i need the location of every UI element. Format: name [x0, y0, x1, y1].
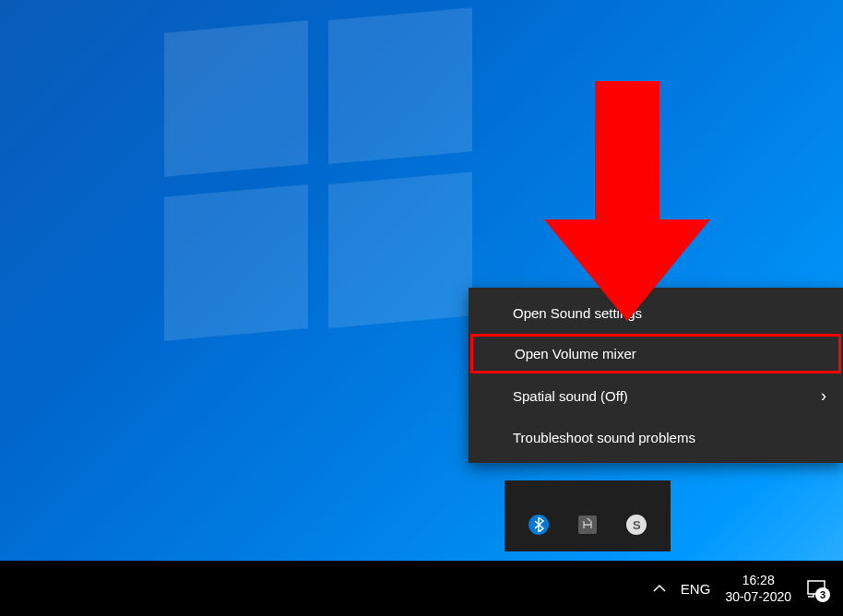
- chevron-right-icon: ›: [821, 386, 826, 406]
- annotation-arrow: [544, 81, 710, 325]
- menu-item-volume-mixer[interactable]: Open Volume mixer: [470, 334, 841, 373]
- menu-label: Troubleshoot sound problems: [513, 430, 695, 445]
- tray-overflow-partial: [505, 480, 671, 498]
- date-text: 30-07-2020: [725, 588, 791, 605]
- language-indicator[interactable]: ENG: [681, 581, 711, 597]
- menu-label: Spatial sound (Off): [513, 388, 628, 404]
- taskbar: ENG 16:28 30-07-2020 3: [0, 561, 843, 616]
- notification-center-button[interactable]: 3: [806, 578, 826, 598]
- bluetooth-tray-icon[interactable]: [528, 514, 550, 536]
- clock-date[interactable]: 16:28 30-07-2020: [725, 572, 791, 605]
- menu-item-spatial-sound[interactable]: Spatial sound (Off) ›: [469, 374, 843, 418]
- notification-count-badge: 3: [815, 587, 830, 602]
- system-tray-overflow: S: [505, 498, 671, 551]
- time-text: 16:28: [725, 572, 791, 588]
- menu-item-troubleshoot[interactable]: Troubleshoot sound problems: [469, 418, 843, 457]
- menu-label: Open Volume mixer: [515, 346, 636, 361]
- desktop[interactable]: Open Sound settings Open Volume mixer Sp…: [0, 0, 843, 616]
- skype-tray-icon[interactable]: S: [625, 514, 647, 536]
- app-tray-icon[interactable]: [576, 514, 599, 536]
- windows-logo-wallpaper: [164, 20, 489, 345]
- tray-expand-button[interactable]: [653, 584, 666, 593]
